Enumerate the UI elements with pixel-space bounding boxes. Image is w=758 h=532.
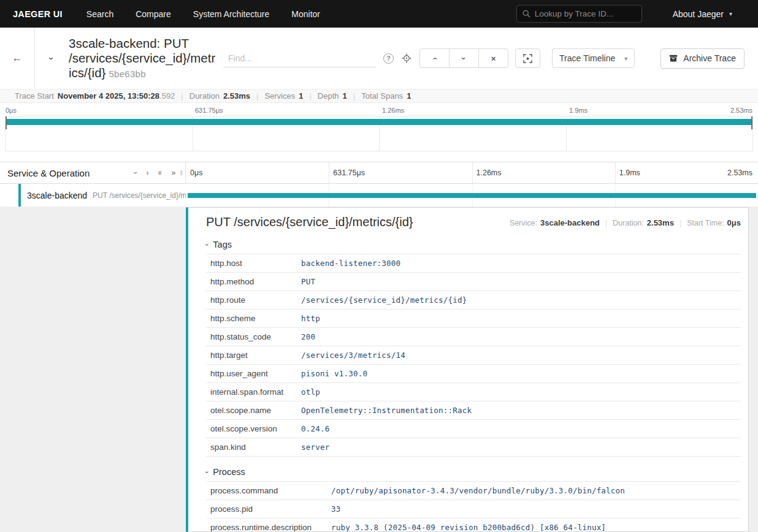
trace-start-label: Trace Start [15,91,54,101]
service-name: 3scale-backend [27,191,87,200]
chevron-down-icon: › [204,471,210,473]
depth-label: Depth [318,91,339,101]
tags-section-label: Tags [213,240,232,249]
span-row-name-column: 3scale-backend PUT /services/{service_id… [0,184,186,207]
chevron-up-icon: › [430,57,439,59]
expand-all-button[interactable]: » [156,171,164,175]
nav-item-monitor[interactable]: Monitor [280,9,331,19]
tag-row: internal.span.format otlp [206,383,741,401]
help-icon[interactable]: ? [383,53,394,64]
tag-row: http.route /services/{service_id}/metric… [206,291,741,310]
total-spans-value: 1 [407,91,411,101]
process-section-header[interactable]: › Process [206,467,741,477]
tag-row: http.scheme http [206,310,741,328]
trace-summary-bar: Trace Start November 4 2025, 13:50:28 .5… [0,89,758,103]
tags-section-header[interactable]: › Tags [206,240,741,249]
about-jaeger-menu[interactable]: About Jaeger ▾ [673,9,732,19]
detail-start-time-label: Start Time: [687,219,724,227]
tag-value: PUT [297,273,741,291]
timeline-tick: 2.53ms [727,169,752,177]
next-result-button[interactable]: › [449,48,479,68]
column-resizer-grip[interactable]: ‖ [180,169,183,177]
process-row: process.command /opt/ruby/apisonator-3.4… [206,482,741,500]
services-value: 1 [299,91,303,101]
tag-row: otel.scope.name OpenTelemetry::Instrumen… [206,401,741,420]
minimap-handle-right[interactable] [751,116,752,129]
tags-table-body: http.host backend-listener:3000 http.met… [206,254,741,457]
span-detail-meta: Service: 3scale-backend | Duration: 2.53… [510,215,741,227]
nav-item-compare[interactable]: Compare [124,9,182,19]
find-result-button-group: › › × [419,48,508,68]
span-row[interactable]: 3scale-backend PUT /services/{service_id… [0,184,758,207]
tag-value: backend-listener:3000 [297,254,741,273]
timeline-header: Service & Operation › › » » ‖ 0μs 631.75… [0,162,758,184]
collapse-all-button[interactable]: » [172,169,176,177]
tag-value: /services/{service_id}/metrics/{id} [297,291,741,310]
tag-key: span.kind [206,438,297,457]
duration-value: 2.53ms [223,91,250,101]
process-value: 33 [327,500,741,519]
process-key: process.command [206,482,327,500]
focus-matches-button[interactable] [515,48,540,68]
minimap-handle-left[interactable] [6,116,7,129]
span-duration-bar[interactable] [188,193,756,198]
trace-view-select[interactable]: Trace Timeline ▾ [552,48,635,68]
divider: | [353,91,355,101]
find-toolbar: ? › › × Trace Timeline ▾ [223,48,758,69]
trace-id-lookup [516,5,642,23]
trace-title: 3scale-backend: PUT /services/{service_i… [69,36,217,80]
operation-name: PUT /services/{service_id}/m… [93,191,186,200]
collapse-one-button[interactable]: › [146,169,148,177]
tag-row: span.kind server [206,438,741,457]
gridline [472,162,473,183]
jaeger-trace-page: JAEGER UI Search Compare System Architec… [0,0,758,532]
timeline-header-left: Service & Operation › › » » ‖ [0,162,186,183]
minimap-tick: 0μs [6,107,17,114]
tag-row: otel.scope.version 0.24.6 [206,420,741,438]
tag-value: OpenTelemetry::Instrumentation::Rack [297,401,741,420]
collapse-header-button[interactable]: › [35,28,69,89]
total-spans-label: Total Spans [361,91,403,101]
locate-icon[interactable] [402,53,412,63]
clear-search-button[interactable]: × [478,48,508,68]
tag-key: otel.scope.name [206,401,297,420]
minimap-tick: 2.53ms [730,107,752,114]
gridline [329,162,329,183]
tag-key: http.user_agent [206,365,297,383]
tag-key: otel.scope.version [206,420,297,438]
timeline-ticks: 0μs 631.75μs 1.26ms 1.9ms 2.53ms [186,162,758,183]
minimap-canvas[interactable] [5,116,753,151]
prev-result-button[interactable]: › [419,48,450,68]
detail-service-label: Service: [510,219,537,227]
depth-value: 1 [343,91,347,101]
expand-one-button[interactable]: › [131,172,140,174]
process-table: process.command /opt/ruby/apisonator-3.4… [206,481,741,532]
minimap-tick: 1.9ms [569,107,588,114]
caret-down-icon: ▾ [624,55,627,62]
trace-header: ← › 3scale-backend: PUT /services/{servi… [0,28,758,89]
chevron-down-icon: › [459,57,469,59]
back-button[interactable]: ← [0,28,35,89]
tag-key: http.host [206,254,297,273]
process-section-label: Process [213,467,245,477]
find-input[interactable] [223,50,377,67]
archive-trace-button[interactable]: Archive Trace [660,48,745,69]
process-table-body: process.command /opt/ruby/apisonator-3.4… [206,482,741,532]
tag-row: http.method PUT [206,273,741,291]
chevron-down-icon: › [47,57,57,60]
detail-start-time-value: 0μs [727,218,741,227]
process-row: process.pid 33 [206,500,741,519]
nav-item-system-architecture[interactable]: System Architecture [182,9,281,19]
tags-table: http.host backend-listener:3000 http.met… [206,254,741,457]
trace-view-select-value: Trace Timeline [559,53,615,63]
brand-link[interactable]: JAEGER UI [0,9,75,19]
tag-value: pisoni v1.30.0 [297,365,741,383]
trace-id-lookup-input[interactable] [535,9,636,18]
span-detail-header: PUT /services/{service_id}/metrics/{id} … [206,215,741,229]
nav-item-search[interactable]: Search [75,9,124,19]
archive-trace-label: Archive Trace [683,53,736,63]
tag-value: server [297,438,741,457]
detail-service-value: 3scale-backend [540,218,600,227]
process-key: process.runtime.description [206,519,327,532]
tag-key: http.target [206,346,297,365]
